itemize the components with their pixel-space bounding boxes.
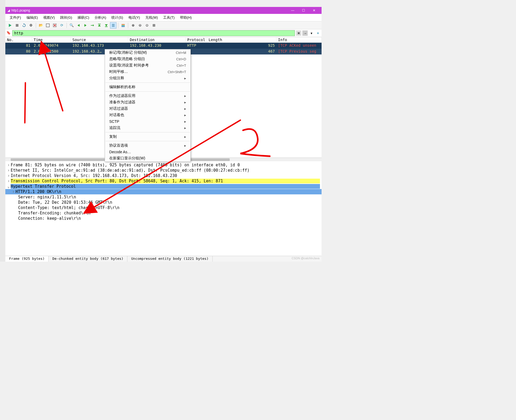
go-forward-button[interactable] [82,22,89,29]
menu-analyze[interactable]: 分析(A) [92,14,109,21]
ctx-decode-as[interactable]: Decode As… [105,149,190,155]
colorize-button[interactable] [120,22,126,29]
svg-rect-14 [105,26,108,27]
col-protocol[interactable]: Protocol [186,37,207,42]
goto-last-button[interactable] [103,22,110,29]
detail-http-header[interactable]: Server: nginx/1.11.5\r\n [5,194,322,200]
expand-icon[interactable]: › [6,168,11,173]
svg-marker-11 [98,24,101,26]
ctx-sctp[interactable]: SCTP▸ [105,118,190,125]
main-toolbar: ⚙ 📂 ⟳ 🔍 ⊕ ⊖ ⊙ ⊞ [5,21,322,29]
collapse-icon[interactable]: ⌄ [6,184,11,189]
ctx-prepare-as-filter[interactable]: 准备作为过滤器▸ [105,99,190,105]
tab-frame[interactable]: Frame (925 bytes) [5,256,49,262]
ctx-protocol-prefs[interactable]: 协议首选项▸ [105,142,190,149]
col-source[interactable]: Source [71,37,128,42]
zoom-out-button[interactable]: ⊖ [137,22,143,29]
menu-tools[interactable]: 工具(T) [161,14,177,21]
detail-http-status[interactable]: ›HTTP/1.1 200 OK\r\n [5,189,322,194]
col-destination[interactable]: Destination [128,37,186,42]
expand-icon[interactable]: › [6,163,11,167]
tab-dechunked[interactable]: De-chunked entity body (617 bytes) [49,256,127,262]
zoom-reset-button[interactable]: ⊙ [144,22,150,29]
zoom-in-button[interactable]: ⊕ [130,22,136,29]
menu-telephony[interactable]: 电话(Y) [126,14,143,21]
start-capture-button[interactable] [7,22,13,29]
minimize-button[interactable]: — [287,9,298,12]
menubar: 文件(F) 编辑(E) 视图(V) 跳转(G) 捕获(C) 分析(A) 统计(S… [5,14,322,21]
ctx-follow-stream[interactable]: 追踪流▸ [105,125,190,131]
ctx-mark-packet[interactable]: 标记/取消标记 分组(M)Ctrl+M [105,49,190,56]
menu-file[interactable]: 文件(F) [7,14,24,21]
window-title: http1.pcapng [11,9,30,12]
find-packet-button[interactable]: 🔍 [68,22,75,29]
ctx-edit-resolved-name[interactable]: 编辑解析的名称 [105,84,190,90]
restart-capture-button[interactable] [21,22,27,29]
menu-help[interactable]: 帮助(H) [177,14,194,21]
cell-time: 2.631332500 [32,49,71,54]
menu-capture[interactable]: 捕获(C) [75,14,92,21]
menu-statistics[interactable]: 统计(S) [109,14,126,21]
detail-frame[interactable]: ›Frame 81: 925 bytes on wire (7400 bits)… [5,162,322,168]
ctx-colorize-conversation[interactable]: 对话着色▸ [105,112,190,118]
ctx-apply-as-filter[interactable]: 作为过滤器应用▸ [105,93,190,99]
detail-ip[interactable]: ›Internet Protocol Version 4, Src: 192.1… [5,173,322,178]
clear-filter-button[interactable]: ✖ [296,30,301,36]
packet-row[interactable]: 81 2.670749074 192.168.43.173 192.168.43… [5,43,322,49]
ctx-conversation-filter[interactable]: 对话过滤器▸ [105,105,190,112]
ctx-ignore-packet[interactable]: 忽略/取消忽略 分组(I)Ctrl+D [105,56,190,62]
menu-edit[interactable]: 编辑(E) [24,14,41,21]
reload-button[interactable]: ⟳ [58,22,65,29]
ctx-time-ref[interactable]: 设置/取消设置 时间参考Ctrl+T [105,62,190,69]
detail-http-header[interactable]: Transfer-Encoding: chunked\r\n [5,210,322,216]
detail-ethernet[interactable]: ›Ethernet II, Src: IntelCor_ac:91:ad (38… [5,168,322,173]
filter-history-dropdown[interactable]: ▾ [309,30,314,36]
menu-view[interactable]: 视图(V) [41,14,57,21]
go-back-button[interactable] [75,22,82,29]
svg-marker-13 [105,24,108,26]
svg-rect-19 [122,25,125,26]
goto-packet-button[interactable] [89,22,96,29]
cell-dest: 192.168.43.230 [128,43,186,49]
col-time[interactable]: Time [32,37,71,42]
ctx-packet-comment[interactable]: 分组注释▸ [105,75,190,81]
expand-icon[interactable]: › [6,173,11,178]
resize-columns-button[interactable]: ⊞ [151,22,157,29]
ctx-show-in-new-window[interactable]: 在新窗口显示分组(W) [105,155,190,162]
col-no[interactable]: No. [5,37,32,42]
capture-options-button[interactable]: ⚙ [28,22,34,29]
display-filter-input[interactable] [12,30,295,36]
goto-first-button[interactable] [96,22,103,29]
menu-go[interactable]: 跳转(G) [57,14,75,21]
tab-uncompressed[interactable]: Uncompressed entity body (1221 bytes) [127,256,213,262]
detail-http-header[interactable]: Date: Tue, 22 Dec 2020 01:53:46 GMT\r\n [5,200,322,205]
expand-icon[interactable]: › [6,179,11,183]
detail-http-header[interactable]: Content-Type: text/html; charset=UTF-8\r… [5,205,322,210]
col-length[interactable]: Length [207,37,276,42]
col-info[interactable]: Info [276,37,322,42]
filter-bookmark-icon[interactable]: 🔖 [6,31,11,36]
ctx-divider [105,91,190,92]
open-file-button[interactable]: 📂 [38,22,44,29]
expand-icon[interactable]: › [11,189,15,194]
cell-info: [TCP ACKed unseen [276,43,322,49]
packet-details-pane[interactable]: ›Frame 81: 925 bytes on wire (7400 bits)… [5,161,322,256]
menu-wireless[interactable]: 无线(W) [143,14,161,21]
add-filter-button[interactable]: ＋ [315,30,320,36]
autoscroll-button[interactable] [110,22,116,29]
stop-capture-button[interactable] [14,22,20,29]
ctx-divider [105,83,190,83]
close-button[interactable]: ✕ [309,9,319,12]
detail-http-header[interactable]: Connection: keep-alive\r\n [5,216,322,221]
apply-filter-button[interactable]: → [302,30,308,36]
ctx-time-shift[interactable]: 时间平移…Ctrl+Shift+T [105,69,190,75]
cell-time: 2.670749074 [32,43,71,49]
detail-http[interactable]: ⌄Hypertext Transfer Protocol [5,184,322,189]
ctx-copy[interactable]: 复制▸ [105,134,190,140]
maximize-button[interactable]: ☐ [298,9,309,12]
close-file-button[interactable] [52,22,58,29]
detail-tcp[interactable]: ›Transmission Control Protocol, Src Port… [5,178,322,184]
svg-marker-2 [23,23,24,25]
save-file-button[interactable] [45,22,51,29]
cell-len: 467 [207,49,276,54]
